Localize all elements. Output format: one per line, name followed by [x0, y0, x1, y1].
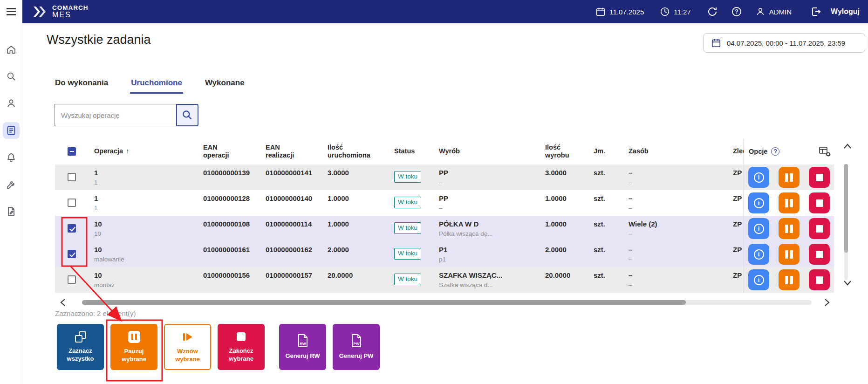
col-unit[interactable]: Jm. — [594, 138, 629, 165]
select-all-checkbox[interactable] — [68, 147, 76, 156]
operation-cell: 1 1 — [94, 190, 203, 216]
row-checkbox[interactable] — [68, 224, 76, 233]
resource-cell: – – — [629, 165, 733, 190]
logout-icon-button[interactable] — [810, 6, 821, 17]
search-bar — [54, 104, 198, 126]
resource-value: – — [629, 194, 632, 203]
info-button[interactable]: i — [748, 244, 769, 265]
logout-button[interactable]: Wyloguj — [831, 7, 860, 16]
tab-do-wykonania[interactable]: Do wykonania — [54, 78, 109, 94]
stop-row-button[interactable] — [809, 167, 830, 188]
resource-value: Wiele (2) — [629, 220, 657, 229]
resource-cell: – – — [629, 190, 733, 216]
ean-realization-value: 010000000162 — [266, 246, 312, 254]
sidebar-item-tasks[interactable] — [3, 122, 20, 139]
product-sub-value: – — [439, 179, 443, 187]
vertical-scrollbar-thumb[interactable] — [844, 164, 848, 253]
task-list-icon — [6, 125, 17, 136]
pause-row-button[interactable] — [779, 244, 800, 265]
scroll-down-button[interactable] — [841, 278, 854, 290]
scroll-right-button[interactable] — [822, 296, 832, 310]
selected-count-label: Zaznaczono: 2 element(y) — [55, 309, 136, 317]
user-menu[interactable]: ADMIN — [755, 7, 792, 17]
sidebar-item-users[interactable] — [3, 95, 20, 112]
pause-row-button[interactable] — [779, 167, 800, 188]
unit-cell: szt. — [594, 165, 629, 190]
stop-row-button[interactable] — [809, 244, 830, 265]
col-ean-operation[interactable]: EAN operacji — [203, 138, 266, 165]
pause-row-button[interactable] — [779, 218, 800, 239]
generate-rw-button[interactable]: RW Generuj RW — [279, 324, 326, 370]
tab-wykonane[interactable]: Wykonane — [204, 78, 246, 94]
info-button[interactable]: i — [748, 167, 769, 188]
horizontal-scrollbar-thumb[interactable] — [82, 300, 686, 305]
col-qty-run[interactable]: Ilość uruchomiona — [328, 138, 394, 165]
sidebar-item-alerts[interactable] — [3, 149, 20, 166]
product-sub-value: – — [439, 205, 443, 213]
column-settings-button[interactable] — [818, 145, 831, 158]
sidebar-item-search[interactable] — [3, 68, 20, 85]
qty-product-value: 1.0000 — [545, 194, 567, 203]
pause-row-button[interactable] — [779, 269, 800, 290]
col-qty-product[interactable]: Ilość wyrobu — [545, 138, 594, 165]
col-product[interactable]: Wyrób — [439, 138, 545, 165]
date-range-picker[interactable]: 04.07.2025, 00:00 - 11.07.2025, 23:59 — [703, 33, 865, 53]
col-status[interactable]: Status — [394, 138, 439, 165]
row-options: i — [744, 267, 834, 293]
sidebar-item-documents[interactable] — [3, 203, 20, 220]
home-icon — [6, 44, 17, 55]
search-button[interactable] — [176, 104, 198, 126]
topbar: COMARCH MES 11.07.2025 11:27 ? — [22, 0, 868, 23]
finish-selected-button[interactable]: Zakończ wybrane — [218, 324, 265, 370]
row-checkbox[interactable] — [68, 173, 76, 181]
col-ean-realization[interactable]: EAN realizacji — [266, 138, 328, 165]
row-checkbox[interactable] — [68, 275, 76, 284]
qty-product-value: 3.0000 — [545, 169, 567, 178]
stop-row-button[interactable] — [809, 218, 830, 239]
pause-row-button[interactable] — [779, 192, 800, 213]
info-button[interactable]: i — [748, 218, 769, 239]
hamburger-menu-icon[interactable] — [0, 0, 22, 23]
ean-realization-value: 010000000114 — [266, 220, 312, 229]
unit-cell: szt. — [594, 190, 629, 216]
scroll-left-button[interactable] — [58, 296, 68, 310]
status-cell: W toku — [394, 241, 439, 267]
refresh-button[interactable] — [707, 6, 718, 17]
help-icon: ? — [731, 6, 742, 17]
stop-icon — [816, 276, 823, 284]
col-operation[interactable]: Operacja ↑ — [94, 138, 203, 165]
help-button[interactable]: ? — [731, 6, 742, 17]
info-button[interactable]: i — [748, 192, 769, 213]
pause-selected-button[interactable]: Pauzuj wybrane — [110, 324, 157, 370]
stop-row-button[interactable] — [809, 192, 830, 213]
scroll-up-button[interactable] — [841, 141, 854, 153]
document-rw-icon: RW — [297, 334, 309, 348]
options-help-icon[interactable]: ? — [771, 147, 779, 156]
row-checkbox[interactable] — [68, 250, 76, 258]
stop-row-button[interactable] — [809, 269, 830, 290]
generate-pw-button[interactable]: PW Generuj PW — [333, 324, 380, 370]
select-all-button[interactable]: Zaznacz wszystko — [57, 324, 104, 370]
ean-operation-value: 010000000161 — [203, 246, 250, 254]
info-button[interactable]: i — [748, 269, 769, 290]
wrench-icon — [6, 179, 17, 190]
product-value: P1 — [439, 246, 447, 254]
options-header-label: Opcje — [749, 148, 767, 155]
row-checkbox[interactable] — [68, 199, 76, 207]
tab-uruchomione[interactable]: Uruchomione — [130, 78, 183, 94]
resume-selected-button[interactable]: Wznów wybrane — [164, 324, 211, 370]
ean-realization-value: 010000000157 — [266, 271, 312, 280]
order-value: ZP — [733, 220, 742, 229]
info-icon: i — [754, 224, 764, 234]
pause-icon — [785, 225, 793, 233]
table-body: 1 1 010000000139 010000000141 3.0000 W t… — [55, 165, 834, 293]
user-icon — [6, 98, 17, 109]
col-resource[interactable]: Zasób — [629, 138, 733, 165]
sidebar-item-tools[interactable] — [3, 176, 20, 193]
search-input[interactable] — [54, 104, 176, 126]
stop-icon — [237, 332, 246, 341]
chevron-left-icon — [58, 296, 68, 309]
operation-cell: 10 10 — [94, 216, 203, 241]
sidebar-item-home[interactable] — [3, 41, 20, 58]
ean-operation-cell: 010000000128 — [203, 190, 266, 216]
